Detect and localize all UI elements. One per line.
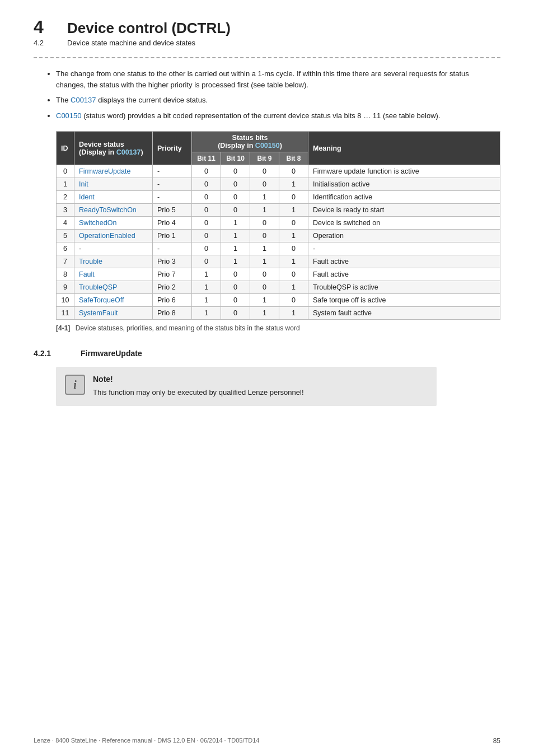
cell-status[interactable]: FirmwareUpdate bbox=[74, 165, 153, 178]
cell-bit11: 0 bbox=[192, 230, 221, 242]
col-header-status: Device status(Display in C00137) bbox=[74, 132, 153, 165]
chapter-line: 4 Device control (DCTRL) bbox=[34, 17, 500, 38]
sub-chapter-number: 4.2 bbox=[34, 39, 56, 47]
cell-bit10: 1 bbox=[221, 230, 250, 242]
cell-status[interactable]: Init bbox=[74, 178, 153, 191]
cell-id: 10 bbox=[57, 294, 74, 307]
bullet-item-1: The change from one status to the other … bbox=[56, 68, 500, 90]
table-row: 11SystemFaultPrio 81011System fault acti… bbox=[57, 307, 500, 320]
cell-status[interactable]: Fault bbox=[74, 268, 153, 281]
note-title: Note! bbox=[93, 375, 425, 384]
cell-bit10: 0 bbox=[221, 178, 250, 191]
cell-bit8: 0 bbox=[279, 268, 308, 281]
chapter-title: Device control (DCTRL) bbox=[67, 20, 231, 37]
cell-bit11: 0 bbox=[192, 255, 221, 268]
cell-bit8: 1 bbox=[279, 255, 308, 268]
status-link[interactable]: TroubleQSP bbox=[79, 283, 117, 291]
link-c00150-bullet3[interactable]: C00150 bbox=[56, 111, 82, 120]
cell-priority: - bbox=[153, 191, 192, 204]
link-c00137-bullet2[interactable]: C00137 bbox=[71, 96, 96, 104]
cell-id: 5 bbox=[57, 230, 74, 242]
status-link[interactable]: Ident bbox=[79, 193, 95, 201]
page-header: 4 Device control (DCTRL) 4.2 Device stat… bbox=[34, 17, 500, 47]
cell-meaning: Identification active bbox=[308, 191, 500, 204]
cell-bit11: 0 bbox=[192, 191, 221, 204]
cell-meaning: Fault active bbox=[308, 255, 500, 268]
cell-status[interactable]: SystemFault bbox=[74, 307, 153, 320]
table-row: 6--0110- bbox=[57, 242, 500, 255]
cell-bit9: 0 bbox=[250, 281, 279, 294]
cell-bit8: 0 bbox=[279, 165, 308, 178]
cell-priority: Prio 5 bbox=[153, 204, 192, 217]
cell-bit8: 1 bbox=[279, 178, 308, 191]
cell-bit10: 1 bbox=[221, 217, 250, 230]
cell-bit8: 1 bbox=[279, 281, 308, 294]
table-row: 8FaultPrio 71000Fault active bbox=[57, 268, 500, 281]
link-c00137-header[interactable]: C00137 bbox=[116, 148, 141, 156]
cell-bit8: 1 bbox=[279, 307, 308, 320]
status-link[interactable]: OperationEnabled bbox=[79, 232, 135, 240]
table-row: 4SwitchedOnPrio 40100Device is switched … bbox=[57, 217, 500, 230]
cell-meaning: Fault active bbox=[308, 268, 500, 281]
cell-meaning: TroubleQSP is active bbox=[308, 281, 500, 294]
footer-left: Lenze · 8400 StateLine · Reference manua… bbox=[34, 737, 259, 745]
col-header-priority: Priority bbox=[153, 132, 192, 165]
cell-bit9: 1 bbox=[250, 242, 279, 255]
col-header-bit10: Bit 10 bbox=[221, 152, 250, 165]
cell-id: 1 bbox=[57, 178, 74, 191]
cell-bit11: 1 bbox=[192, 281, 221, 294]
cell-status[interactable]: Trouble bbox=[74, 255, 153, 268]
status-link[interactable]: SwitchedOn bbox=[79, 219, 116, 227]
cell-meaning: Operation bbox=[308, 230, 500, 242]
cell-bit10: 0 bbox=[221, 165, 250, 178]
cell-bit11: 1 bbox=[192, 307, 221, 320]
cell-status[interactable]: SafeTorqueOff bbox=[74, 294, 153, 307]
cell-bit8: 0 bbox=[279, 294, 308, 307]
cell-bit9: 1 bbox=[250, 255, 279, 268]
status-link[interactable]: FirmwareUpdate bbox=[79, 167, 130, 175]
caption-text: Device statuses, priorities, and meaning… bbox=[76, 324, 300, 332]
cell-id: 0 bbox=[57, 165, 74, 178]
table-row: 9TroubleQSPPrio 21001TroubleQSP is activ… bbox=[57, 281, 500, 294]
status-link[interactable]: SystemFault bbox=[79, 309, 118, 317]
cell-bit10: 1 bbox=[221, 255, 250, 268]
bullet-text-3-post: (status word) provides a bit coded repre… bbox=[82, 111, 441, 120]
cell-bit9: 1 bbox=[250, 191, 279, 204]
cell-bit9: 1 bbox=[250, 204, 279, 217]
col-header-id: ID bbox=[57, 132, 74, 165]
table-row: 2Ident-0010Identification active bbox=[57, 191, 500, 204]
cell-status[interactable]: ReadyToSwitchOn bbox=[74, 204, 153, 217]
cell-meaning: Safe torque off is active bbox=[308, 294, 500, 307]
cell-bit8: 0 bbox=[279, 191, 308, 204]
status-link[interactable]: Trouble bbox=[79, 258, 102, 265]
cell-bit11: 1 bbox=[192, 268, 221, 281]
cell-status[interactable]: Ident bbox=[74, 191, 153, 204]
section-421-heading: 4.2.1 FirmwareUpdate bbox=[34, 349, 500, 358]
cell-bit10: 0 bbox=[221, 294, 250, 307]
cell-status[interactable]: SwitchedOn bbox=[74, 217, 153, 230]
cell-priority: Prio 3 bbox=[153, 255, 192, 268]
cell-status[interactable]: TroubleQSP bbox=[74, 281, 153, 294]
note-content: Note! This function may only be executed… bbox=[93, 375, 425, 398]
link-c00150-header[interactable]: C00150 bbox=[255, 142, 280, 150]
table-row: 7TroublePrio 30111Fault active bbox=[57, 255, 500, 268]
cell-bit8: 1 bbox=[279, 230, 308, 242]
cell-priority: - bbox=[153, 165, 192, 178]
col-header-status-bits: Status bits(Display in C00150) bbox=[192, 132, 308, 152]
cell-id: 3 bbox=[57, 204, 74, 217]
cell-id: 9 bbox=[57, 281, 74, 294]
status-link[interactable]: Fault bbox=[79, 270, 95, 278]
status-link[interactable]: ReadyToSwitchOn bbox=[79, 206, 137, 214]
cell-status[interactable]: OperationEnabled bbox=[74, 230, 153, 242]
cell-priority: Prio 1 bbox=[153, 230, 192, 242]
status-link[interactable]: Init bbox=[79, 180, 88, 188]
bullet-text-2-pre: The bbox=[56, 96, 71, 104]
cell-priority: Prio 7 bbox=[153, 268, 192, 281]
cell-bit9: 0 bbox=[250, 178, 279, 191]
cell-meaning: Device is ready to start bbox=[308, 204, 500, 217]
bullet-text-1: The change from one status to the other … bbox=[56, 69, 469, 89]
status-link[interactable]: SafeTorqueOff bbox=[79, 296, 124, 304]
note-text: This function may only be executed by qu… bbox=[93, 387, 425, 398]
cell-bit9: 0 bbox=[250, 217, 279, 230]
cell-bit10: 1 bbox=[221, 242, 250, 255]
